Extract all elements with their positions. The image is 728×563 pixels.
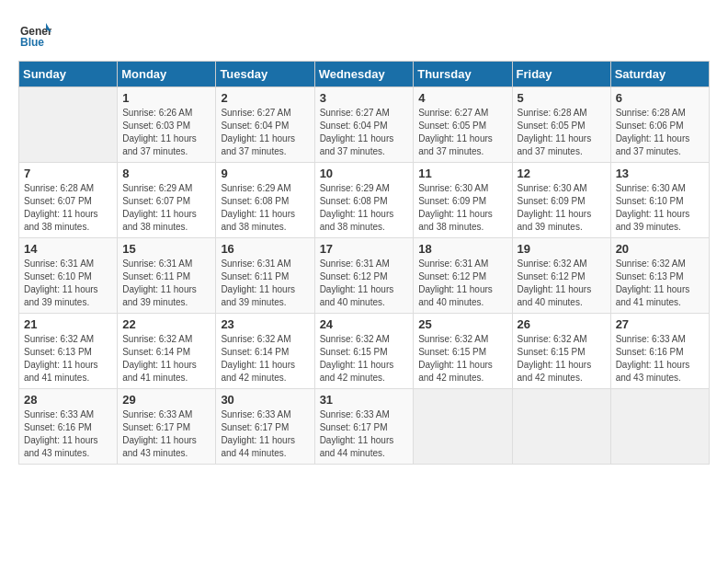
calendar-cell: 22Sunrise: 6:32 AM Sunset: 6:14 PM Dayli… — [118, 314, 216, 389]
day-info: Sunrise: 6:32 AM Sunset: 6:14 PM Dayligh… — [221, 333, 309, 385]
calendar-cell — [610, 389, 709, 465]
calendar-cell: 25Sunrise: 6:32 AM Sunset: 6:15 PM Dayli… — [414, 314, 512, 389]
calendar-cell: 31Sunrise: 6:33 AM Sunset: 6:17 PM Dayli… — [314, 389, 414, 465]
day-number: 2 — [221, 91, 309, 105]
day-info: Sunrise: 6:27 AM Sunset: 6:04 PM Dayligh… — [221, 107, 309, 158]
day-info: Sunrise: 6:33 AM Sunset: 6:16 PM Dayligh… — [24, 408, 112, 460]
column-header-thursday: Thursday — [414, 62, 512, 87]
calendar-cell: 4Sunrise: 6:27 AM Sunset: 6:05 PM Daylig… — [414, 87, 512, 163]
day-number: 24 — [320, 317, 409, 331]
calendar-cell: 8Sunrise: 6:29 AM Sunset: 6:07 PM Daylig… — [118, 163, 216, 238]
day-info: Sunrise: 6:29 AM Sunset: 6:08 PM Dayligh… — [320, 182, 409, 234]
day-number: 31 — [320, 393, 409, 407]
day-number: 14 — [24, 242, 112, 256]
svg-text:Blue: Blue — [20, 36, 44, 49]
day-info: Sunrise: 6:27 AM Sunset: 6:05 PM Dayligh… — [418, 107, 506, 158]
calendar-cell: 19Sunrise: 6:32 AM Sunset: 6:12 PM Dayli… — [512, 238, 610, 314]
calendar-cell: 7Sunrise: 6:28 AM Sunset: 6:07 PM Daylig… — [19, 163, 118, 238]
day-number: 13 — [616, 167, 704, 180]
day-info: Sunrise: 6:32 AM Sunset: 6:14 PM Dayligh… — [122, 333, 210, 385]
day-info: Sunrise: 6:31 AM Sunset: 6:11 PM Dayligh… — [122, 258, 210, 309]
logo-icon: General Blue — [18, 18, 51, 52]
week-row-4: 21Sunrise: 6:32 AM Sunset: 6:13 PM Dayli… — [19, 314, 710, 389]
day-info: Sunrise: 6:31 AM Sunset: 6:11 PM Dayligh… — [221, 258, 309, 309]
day-number: 12 — [518, 167, 606, 180]
day-info: Sunrise: 6:29 AM Sunset: 6:07 PM Dayligh… — [122, 182, 210, 234]
day-number: 19 — [518, 242, 606, 256]
calendar-cell: 12Sunrise: 6:30 AM Sunset: 6:09 PM Dayli… — [512, 163, 610, 238]
day-info: Sunrise: 6:30 AM Sunset: 6:09 PM Dayligh… — [518, 182, 606, 234]
calendar-table: SundayMondayTuesdayWednesdayThursdayFrid… — [18, 61, 710, 465]
day-number: 29 — [122, 393, 210, 407]
day-info: Sunrise: 6:33 AM Sunset: 6:17 PM Dayligh… — [221, 408, 309, 460]
day-number: 21 — [24, 317, 112, 331]
calendar-cell: 27Sunrise: 6:33 AM Sunset: 6:16 PM Dayli… — [610, 314, 709, 389]
calendar-cell: 29Sunrise: 6:33 AM Sunset: 6:17 PM Dayli… — [118, 389, 216, 465]
column-header-saturday: Saturday — [610, 62, 709, 87]
calendar-cell: 11Sunrise: 6:30 AM Sunset: 6:09 PM Dayli… — [414, 163, 512, 238]
day-number: 10 — [320, 167, 409, 180]
header: General Blue — [18, 18, 710, 52]
day-number: 26 — [518, 317, 606, 331]
day-info: Sunrise: 6:31 AM Sunset: 6:12 PM Dayligh… — [418, 258, 506, 309]
calendar-cell: 10Sunrise: 6:29 AM Sunset: 6:08 PM Dayli… — [314, 163, 414, 238]
day-number: 15 — [122, 242, 210, 256]
week-row-5: 28Sunrise: 6:33 AM Sunset: 6:16 PM Dayli… — [19, 389, 710, 465]
calendar-cell — [414, 389, 512, 465]
calendar-cell: 20Sunrise: 6:32 AM Sunset: 6:13 PM Dayli… — [610, 238, 709, 314]
day-number: 6 — [616, 91, 704, 105]
column-header-wednesday: Wednesday — [314, 62, 414, 87]
calendar-cell — [19, 87, 118, 163]
day-number: 20 — [616, 242, 704, 256]
week-row-1: 1Sunrise: 6:26 AM Sunset: 6:03 PM Daylig… — [19, 87, 710, 163]
day-info: Sunrise: 6:32 AM Sunset: 6:13 PM Dayligh… — [24, 333, 112, 385]
day-info: Sunrise: 6:26 AM Sunset: 6:03 PM Dayligh… — [122, 107, 210, 158]
column-header-tuesday: Tuesday — [216, 62, 314, 87]
calendar-cell: 18Sunrise: 6:31 AM Sunset: 6:12 PM Dayli… — [414, 238, 512, 314]
day-info: Sunrise: 6:30 AM Sunset: 6:10 PM Dayligh… — [616, 182, 704, 234]
day-info: Sunrise: 6:28 AM Sunset: 6:07 PM Dayligh… — [24, 182, 112, 234]
day-info: Sunrise: 6:33 AM Sunset: 6:17 PM Dayligh… — [320, 408, 409, 460]
day-number: 3 — [320, 91, 409, 105]
calendar-cell: 6Sunrise: 6:28 AM Sunset: 6:06 PM Daylig… — [610, 87, 709, 163]
day-info: Sunrise: 6:31 AM Sunset: 6:10 PM Dayligh… — [24, 258, 112, 309]
day-number: 22 — [122, 317, 210, 331]
calendar-cell: 21Sunrise: 6:32 AM Sunset: 6:13 PM Dayli… — [19, 314, 118, 389]
week-row-2: 7Sunrise: 6:28 AM Sunset: 6:07 PM Daylig… — [19, 163, 710, 238]
day-info: Sunrise: 6:31 AM Sunset: 6:12 PM Dayligh… — [320, 258, 409, 309]
header-row: SundayMondayTuesdayWednesdayThursdayFrid… — [19, 62, 710, 87]
day-info: Sunrise: 6:32 AM Sunset: 6:13 PM Dayligh… — [616, 258, 704, 309]
day-info: Sunrise: 6:30 AM Sunset: 6:09 PM Dayligh… — [418, 182, 506, 234]
day-number: 11 — [418, 167, 506, 180]
day-number: 17 — [320, 242, 409, 256]
calendar-cell: 17Sunrise: 6:31 AM Sunset: 6:12 PM Dayli… — [314, 238, 414, 314]
day-info: Sunrise: 6:33 AM Sunset: 6:17 PM Dayligh… — [122, 408, 210, 460]
calendar-cell: 15Sunrise: 6:31 AM Sunset: 6:11 PM Dayli… — [118, 238, 216, 314]
calendar-cell: 13Sunrise: 6:30 AM Sunset: 6:10 PM Dayli… — [610, 163, 709, 238]
calendar-cell: 24Sunrise: 6:32 AM Sunset: 6:15 PM Dayli… — [314, 314, 414, 389]
week-row-3: 14Sunrise: 6:31 AM Sunset: 6:10 PM Dayli… — [19, 238, 710, 314]
day-number: 27 — [616, 317, 704, 331]
day-number: 28 — [24, 393, 112, 407]
column-header-monday: Monday — [118, 62, 216, 87]
calendar-cell: 16Sunrise: 6:31 AM Sunset: 6:11 PM Dayli… — [216, 238, 314, 314]
day-number: 18 — [418, 242, 506, 256]
day-info: Sunrise: 6:32 AM Sunset: 6:12 PM Dayligh… — [518, 258, 606, 309]
day-number: 25 — [418, 317, 506, 331]
day-number: 9 — [221, 167, 309, 180]
day-number: 8 — [122, 167, 210, 180]
calendar-cell: 30Sunrise: 6:33 AM Sunset: 6:17 PM Dayli… — [216, 389, 314, 465]
logo: General Blue — [18, 18, 51, 52]
day-number: 23 — [221, 317, 309, 331]
calendar-cell: 1Sunrise: 6:26 AM Sunset: 6:03 PM Daylig… — [118, 87, 216, 163]
day-number: 7 — [24, 167, 112, 180]
day-info: Sunrise: 6:27 AM Sunset: 6:04 PM Dayligh… — [320, 107, 409, 158]
day-info: Sunrise: 6:33 AM Sunset: 6:16 PM Dayligh… — [616, 333, 704, 385]
day-info: Sunrise: 6:29 AM Sunset: 6:08 PM Dayligh… — [221, 182, 309, 234]
calendar-cell: 3Sunrise: 6:27 AM Sunset: 6:04 PM Daylig… — [314, 87, 414, 163]
calendar-cell: 28Sunrise: 6:33 AM Sunset: 6:16 PM Dayli… — [19, 389, 118, 465]
day-number: 1 — [122, 91, 210, 105]
day-info: Sunrise: 6:32 AM Sunset: 6:15 PM Dayligh… — [518, 333, 606, 385]
day-info: Sunrise: 6:32 AM Sunset: 6:15 PM Dayligh… — [320, 333, 409, 385]
calendar-cell: 2Sunrise: 6:27 AM Sunset: 6:04 PM Daylig… — [216, 87, 314, 163]
